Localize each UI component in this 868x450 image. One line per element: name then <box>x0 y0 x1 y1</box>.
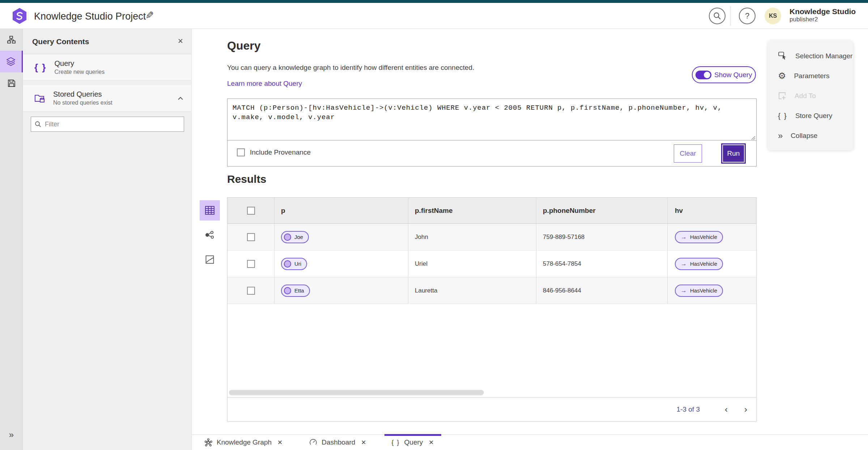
add-to-icon <box>778 92 787 100</box>
parameters-item[interactable]: ⚙ Parameters <box>768 66 853 86</box>
left-icon-rail: » <box>0 29 23 450</box>
results-view-switcher <box>200 200 220 274</box>
chevron-up-icon[interactable] <box>178 97 183 100</box>
main-content: Query You can query a knowledge graph to… <box>192 29 868 450</box>
entity-chip[interactable]: Joe <box>281 231 309 243</box>
selection-manager-icon <box>778 51 787 61</box>
view-map-button[interactable] <box>200 249 220 270</box>
panel-gap <box>23 81 191 85</box>
gear-icon: ⚙ <box>778 71 786 80</box>
tab-knowledge-graph[interactable]: Knowledge Graph ✕ <box>195 435 292 450</box>
entity-node-icon <box>284 260 291 268</box>
include-provenance-checkbox[interactable] <box>237 148 245 156</box>
braces-icon: { } <box>778 112 787 120</box>
results-table: p p.firstName p.phoneNumber hv Joe John … <box>227 197 757 422</box>
active-tab-indicator <box>384 434 441 436</box>
rail-item-save[interactable] <box>0 72 23 94</box>
query-page-title: Query <box>227 39 260 52</box>
selection-manager-item[interactable]: Selection Manager <box>768 46 853 66</box>
column-header-phonenumber[interactable]: p.phoneNumber <box>543 207 596 215</box>
pagination-prev-button[interactable]: ‹ <box>718 401 735 418</box>
row-checkbox[interactable] <box>247 233 255 241</box>
show-query-toggle[interactable]: Show Query <box>692 66 756 83</box>
row-checkbox[interactable] <box>247 260 255 268</box>
entity-chip-label: Uri <box>294 261 301 267</box>
close-tab-icon[interactable]: ✕ <box>277 439 282 446</box>
app-header: Knowledge Studio Project ✎ ? KS Knowledg… <box>0 3 868 29</box>
close-panel-icon[interactable]: ✕ <box>178 37 183 45</box>
relationship-chip[interactable]: → HasVehicle <box>675 231 723 243</box>
cell-phonenumber: 578-654-7854 <box>543 260 581 268</box>
entity-chip[interactable]: Uri <box>281 258 307 270</box>
column-header-p[interactable]: p <box>281 207 285 215</box>
store-query-label: Store Query <box>795 112 832 120</box>
tab-label: Knowledge Graph <box>217 438 272 446</box>
add-to-item: Add To <box>768 86 853 106</box>
braces-icon: { } <box>34 62 46 73</box>
entity-chip-label: Joe <box>294 234 303 240</box>
relationship-chip[interactable]: → HasVehicle <box>675 258 723 270</box>
close-tab-icon[interactable]: ✕ <box>361 439 366 446</box>
panel-item-query[interactable]: { } Query Create new queries <box>23 54 191 81</box>
filter-search-icon <box>35 121 41 127</box>
pagination-next-button[interactable]: › <box>737 401 754 418</box>
cell-phonenumber: 759-889-57168 <box>543 234 584 241</box>
panel-item-stored-label: Stored Queries <box>53 90 112 98</box>
panel-item-stored-queries[interactable]: Stored Queries No stored queries exist <box>23 85 191 112</box>
save-icon <box>7 79 16 88</box>
user-name: publisher2 <box>790 16 856 23</box>
tab-label: Query <box>404 438 423 446</box>
learn-more-link[interactable]: Learn more about Query <box>227 80 302 88</box>
horizontal-scrollbar[interactable] <box>229 390 484 395</box>
relationship-chip[interactable]: → HasVehicle <box>675 285 723 297</box>
query-description: You can query a knowledge graph to ident… <box>227 64 474 72</box>
expand-rail-button[interactable]: » <box>0 430 23 440</box>
header-divider <box>730 7 731 25</box>
filter-input[interactable] <box>45 121 180 128</box>
stored-queries-folder-icon <box>34 93 45 103</box>
help-button[interactable]: ? <box>739 8 756 24</box>
avatar[interactable]: KS <box>765 8 781 24</box>
table-pagination: 1-3 of 3 ‹ › <box>227 397 756 421</box>
selection-manager-label: Selection Manager <box>795 52 852 60</box>
cell-phonenumber: 846-956-8644 <box>543 287 581 294</box>
select-all-checkbox[interactable] <box>247 207 255 215</box>
app-window: Knowledge Studio Project ✎ ? KS Knowledg… <box>0 0 868 450</box>
collapse-item[interactable]: » Collapse <box>768 126 853 146</box>
include-provenance-label: Include Provenance <box>250 148 311 156</box>
view-table-button[interactable] <box>200 200 220 220</box>
clear-button[interactable]: Clear <box>674 144 702 163</box>
rail-item-contents[interactable] <box>0 51 23 72</box>
relationship-arrow-icon: → <box>681 234 687 241</box>
relationship-arrow-icon: → <box>681 287 687 294</box>
table-row: Etta Lauretta 846-956-8644 → HasVehicle <box>227 277 756 304</box>
entity-chip[interactable]: Etta <box>281 285 310 297</box>
map-view-icon <box>205 255 214 264</box>
view-graph-button[interactable] <box>200 225 220 245</box>
tab-dashboard[interactable]: Dashboard ✕ <box>300 435 375 450</box>
row-checkbox[interactable] <box>247 287 255 295</box>
app-logo-icon[interactable] <box>11 7 28 25</box>
search-button[interactable] <box>709 8 726 24</box>
cell-firstname: Lauretta <box>415 287 437 294</box>
knowledge-graph-icon <box>204 438 212 446</box>
entity-node-icon <box>284 287 291 294</box>
store-query-item[interactable]: { } Store Query <box>768 106 853 126</box>
panel-item-query-description: Create new queries <box>54 69 105 75</box>
column-header-hv[interactable]: hv <box>675 207 683 215</box>
panel-title: Query Contents <box>32 37 89 46</box>
rail-item-data-model[interactable] <box>0 29 23 51</box>
cell-firstname: John <box>415 234 428 241</box>
entity-node-icon <box>284 234 291 241</box>
edit-title-icon[interactable]: ✎ <box>145 9 154 21</box>
query-text-input[interactable]: MATCH (p:Person)-[hv:HasVehicle]->(v:Veh… <box>227 99 756 140</box>
toggle-knob <box>704 72 710 78</box>
user-block[interactable]: Knowledge Studio publisher2 <box>790 7 856 23</box>
table-header-row: p p.firstName p.phoneNumber hv <box>227 198 756 224</box>
column-header-firstname[interactable]: p.firstName <box>415 207 453 215</box>
close-tab-icon[interactable]: ✕ <box>429 439 434 446</box>
run-button[interactable]: Run <box>722 144 745 163</box>
query-actions-menu: Selection Manager ⚙ Parameters Add To { … <box>768 41 853 150</box>
tab-query[interactable]: { } Query ✕ <box>382 435 443 450</box>
panel-item-stored-description: No stored queries exist <box>53 100 112 106</box>
